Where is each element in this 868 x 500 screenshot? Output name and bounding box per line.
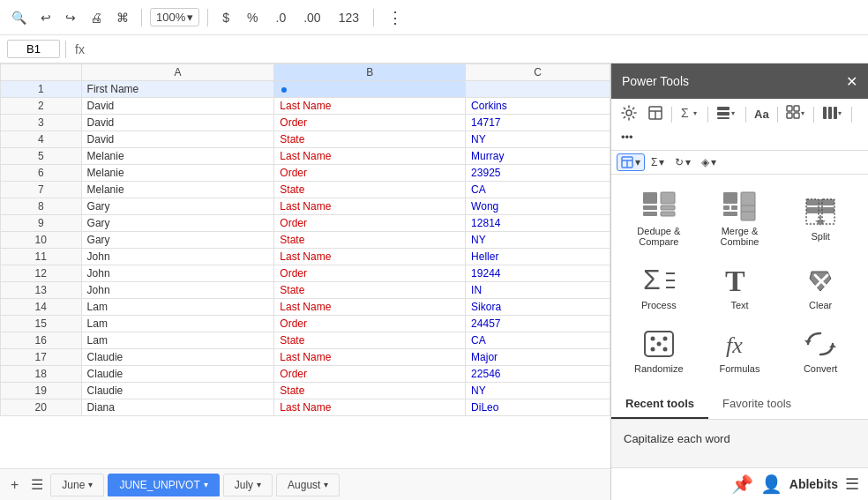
cell-c[interactable]: DiLeo <box>466 399 610 416</box>
pt-footer-menu-icon[interactable]: ☰ <box>845 474 859 494</box>
cell-c[interactable]: Corkins <box>466 98 610 115</box>
cell-a[interactable]: Melanie <box>81 148 274 165</box>
cell-b[interactable]: Last Name <box>274 349 466 366</box>
sheet-tab-0[interactable]: June▾ <box>50 474 104 496</box>
cell-a[interactable]: Gary <box>81 198 274 215</box>
pt-recent-item-0[interactable]: Capitalize each word <box>624 429 856 449</box>
sheet-tab-1[interactable]: JUNE_UNPIVOT▾ <box>108 474 219 496</box>
cell-b[interactable]: Order <box>274 165 466 182</box>
cell-b[interactable]: State <box>274 131 466 148</box>
cell-b[interactable]: Last Name <box>274 249 466 265</box>
cell-b[interactable]: Order <box>274 265 466 282</box>
cell-a[interactable]: David <box>81 131 274 148</box>
cell-a[interactable]: David <box>81 98 274 115</box>
cell-reference-box[interactable]: B1 <box>7 40 60 58</box>
cell-a[interactable]: John <box>81 265 274 282</box>
col-header-c[interactable]: C <box>466 64 610 81</box>
cell-b[interactable]: Order <box>274 115 466 131</box>
search-btn[interactable]: 🔍 <box>7 8 31 27</box>
cell-b[interactable]: Order <box>274 316 466 332</box>
cell-c[interactable]: Wong <box>466 198 610 215</box>
cell-a[interactable]: Claudie <box>81 383 274 399</box>
formula-input[interactable] <box>94 41 861 57</box>
pt-settings-btn[interactable] <box>617 102 641 126</box>
cell-a[interactable]: First Name <box>81 81 274 98</box>
cell-b[interactable]: State <box>274 232 466 249</box>
pt-more-btn[interactable]: ••• <box>617 128 638 146</box>
cell-c[interactable]: Murray <box>466 148 610 165</box>
grid-wrapper[interactable]: A B C 1First Name2DavidLast NameCorkins3… <box>0 63 610 468</box>
cell-a[interactable]: Gary <box>81 215 274 232</box>
cell-b[interactable]: Last Name <box>274 299 466 316</box>
pt-rows-btn[interactable]: ▾ <box>712 102 742 126</box>
cell-c[interactable]: 12814 <box>466 215 610 232</box>
cell-a[interactable]: Lam <box>81 299 274 316</box>
cell-c[interactable]: Sikora <box>466 299 610 316</box>
pt-pin-icon[interactable]: 📌 <box>731 474 753 495</box>
pt-close-btn[interactable]: ✕ <box>846 73 857 90</box>
cell-c[interactable] <box>466 81 610 98</box>
col-header-b[interactable]: B <box>274 64 466 81</box>
cell-c[interactable]: Heller <box>466 249 610 265</box>
cell-c[interactable]: 23925 <box>466 165 610 182</box>
cell-a[interactable]: John <box>81 282 274 299</box>
pt-grid-btn[interactable]: ▾ <box>782 102 810 126</box>
pt-table-btn[interactable] <box>643 102 668 126</box>
sheet-tab-3[interactable]: August▾ <box>276 474 340 496</box>
pt-tool-clear[interactable]: Clear <box>780 256 861 319</box>
cell-a[interactable]: Claudie <box>81 349 274 366</box>
sheet-menu-btn[interactable]: ☰ <box>26 473 49 496</box>
pt-tool-formulas[interactable]: fx Formulas <box>700 319 781 383</box>
cell-a[interactable]: Lam <box>81 332 274 349</box>
cell-b[interactable]: Order <box>274 215 466 232</box>
add-sheet-btn[interactable]: + <box>5 474 24 496</box>
sheet-tab-2[interactable]: July▾ <box>223 474 273 496</box>
cell-a[interactable]: Gary <box>81 232 274 249</box>
pt-tool-split[interactable]: Split <box>780 182 861 256</box>
print-btn[interactable]: 🖨 <box>86 8 107 27</box>
cell-b[interactable]: Order <box>274 366 466 383</box>
cell-c[interactable]: IN <box>466 282 610 299</box>
decimal-dec-btn[interactable]: .0 <box>270 8 293 27</box>
format-paint-btn[interactable]: ⌘ <box>112 8 133 27</box>
cell-a[interactable]: Lam <box>81 316 274 332</box>
cell-b[interactable]: State <box>274 182 466 198</box>
cell-b[interactable]: Last Name <box>274 198 466 215</box>
cell-c[interactable]: NY <box>466 383 610 399</box>
cell-c[interactable]: CA <box>466 332 610 349</box>
pt-tool-text[interactable]: T Text <box>700 256 781 319</box>
cell-b[interactable]: State <box>274 383 466 399</box>
pt-tool-randomize[interactable]: Randomize <box>618 319 700 383</box>
number-format-btn[interactable]: 123 <box>333 8 365 27</box>
pt-tb2-special-btn[interactable]: ◈▾ <box>697 153 721 171</box>
cell-a[interactable]: Melanie <box>81 165 274 182</box>
pt-tool-convert[interactable]: Convert <box>780 319 861 383</box>
cell-c[interactable]: NY <box>466 131 610 148</box>
pt-tool-dedupe[interactable]: Dedupe &Compare <box>618 182 700 256</box>
decimal-inc-btn[interactable]: .00 <box>297 8 326 27</box>
more-options-btn[interactable]: ⋮ <box>382 5 408 30</box>
percent-btn[interactable]: % <box>241 8 264 27</box>
cell-c[interactable]: Major <box>466 349 610 366</box>
pt-sum-btn[interactable]: Σ▾ <box>676 102 704 126</box>
pt-cols-btn[interactable]: ▾ <box>818 102 848 126</box>
cell-b[interactable]: Last Name <box>274 399 466 416</box>
cell-c[interactable]: NY <box>466 232 610 249</box>
cell-c[interactable]: 19244 <box>466 265 610 282</box>
cell-c[interactable]: 14717 <box>466 115 610 131</box>
redo-btn[interactable]: ↪ <box>61 8 80 27</box>
cell-c[interactable]: 22546 <box>466 366 610 383</box>
cell-b[interactable]: State <box>274 332 466 349</box>
cell-a[interactable]: David <box>81 115 274 131</box>
cell-c[interactable]: CA <box>466 182 610 198</box>
cell-a[interactable]: Diana <box>81 399 274 416</box>
cell-a[interactable]: Melanie <box>81 182 274 198</box>
pt-tool-merge[interactable]: Merge &Combine <box>700 182 781 256</box>
cell-b[interactable] <box>274 81 466 98</box>
cell-b[interactable]: Last Name <box>274 98 466 115</box>
col-header-a[interactable]: A <box>81 64 274 81</box>
zoom-selector[interactable]: 100% ▾ <box>150 8 199 26</box>
pt-tb2-table-btn[interactable]: ▾ <box>617 153 645 171</box>
pt-tool-process[interactable]: Σ Process <box>618 256 700 319</box>
cell-a[interactable]: John <box>81 249 274 265</box>
